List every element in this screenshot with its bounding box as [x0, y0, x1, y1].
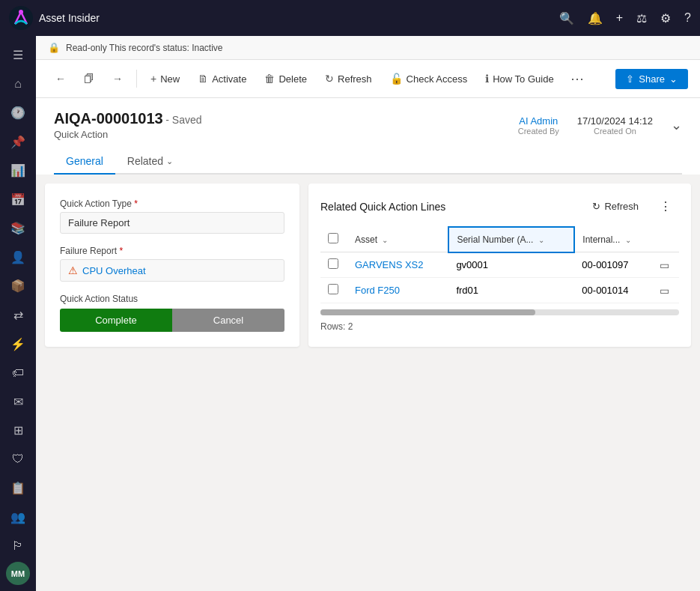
app-logo[interactable]: Asset Insider	[9, 6, 100, 30]
horizontal-scrollbar[interactable]	[320, 309, 679, 315]
sidebar-item-shield[interactable]: 🛡	[4, 446, 31, 473]
share-button-label: Share	[639, 73, 665, 85]
expand-record-button[interactable]: ⌄	[671, 117, 682, 133]
quick-action-type-input[interactable]: Failure Report	[60, 212, 284, 234]
row2-serial: frd01	[448, 278, 574, 303]
required-marker: *	[134, 198, 138, 209]
scrollbar-thumb	[320, 309, 535, 315]
sidebar-item-lightning[interactable]: ⚡	[4, 331, 31, 357]
forward-button[interactable]: →	[105, 68, 130, 89]
related-refresh-button[interactable]: ↻ Refresh	[585, 197, 646, 216]
internal-col-label: Internal...	[582, 234, 620, 245]
row1-checkbox[interactable]	[328, 258, 338, 269]
row1-asset-link[interactable]: GARVENS XS2	[355, 259, 424, 270]
sidebar-item-id-card[interactable]: 🏳	[4, 533, 31, 560]
related-refresh-label: Refresh	[604, 201, 639, 212]
add-icon[interactable]: +	[616, 11, 623, 25]
created-by-value[interactable]: AI Admin	[518, 115, 559, 127]
table-header-checkbox	[320, 227, 347, 252]
sidebar-item-grid[interactable]: ⊞	[4, 418, 31, 444]
sidebar-item-recent[interactable]: 🕐	[4, 100, 31, 126]
table-header-open	[652, 227, 679, 252]
delete-button-label: Delete	[279, 73, 307, 85]
share-button[interactable]: ⇧ Share ⌄	[615, 69, 688, 89]
row2-serial-value: frd01	[456, 285, 478, 296]
table-header-serial[interactable]: Serial Number (A... ⌄	[448, 227, 574, 252]
activate-button-label: Activate	[212, 73, 246, 85]
quick-action-type-field: Quick Action Type * Failure Report	[60, 198, 284, 234]
search-icon[interactable]: 🔍	[559, 11, 574, 25]
sidebar-item-pinned[interactable]: 📌	[4, 129, 31, 155]
tab-general[interactable]: General	[54, 149, 115, 175]
nav-icons: 🔍 🔔 + ⚖ ⚙ ?	[559, 11, 691, 25]
cancel-button[interactable]: Cancel	[172, 309, 284, 332]
table-header-asset[interactable]: Asset ⌄	[347, 227, 448, 252]
row2-asset-link[interactable]: Ford F250	[355, 285, 400, 296]
more-options-button[interactable]: ⋯	[564, 66, 590, 91]
delete-button[interactable]: 🗑 Delete	[257, 68, 314, 89]
sidebar-item-home[interactable]: ⌂	[4, 71, 31, 97]
complete-button[interactable]: Complete	[60, 309, 172, 332]
copy-button[interactable]: 🗍	[76, 68, 102, 89]
created-on-group: 17/10/2024 14:12 Created On	[577, 115, 653, 136]
right-panel: Related Quick Action Lines ↻ Refresh ⋮	[308, 184, 691, 347]
activate-icon: 🗎	[198, 73, 208, 85]
row2-checkbox[interactable]	[328, 284, 338, 294]
sidebar-item-book[interactable]: 📚	[4, 215, 31, 241]
new-button[interactable]: + New	[143, 68, 187, 89]
status-button-group: Complete Cancel	[60, 309, 284, 332]
created-on-label: Created On	[577, 127, 653, 136]
activate-button[interactable]: 🗎 Activate	[190, 68, 254, 89]
tab-related[interactable]: Related ⌄	[115, 149, 185, 175]
asset-sort-icon: ⌄	[382, 236, 388, 244]
sidebar-item-calendar[interactable]: 📅	[4, 187, 31, 213]
record-id-line: AIQA-00001013 - Saved	[54, 110, 202, 127]
row1-open-cell: ▭	[652, 252, 679, 278]
sidebar-item-shuffle[interactable]: ⇄	[4, 302, 31, 328]
notifications-icon[interactable]: 🔔	[588, 11, 603, 25]
table-row: GARVENS XS2 gv0001 00-001097 ▭	[320, 252, 679, 278]
table-header-internal[interactable]: Internal... ⌄	[574, 227, 652, 252]
filter-icon[interactable]: ⚖	[636, 11, 647, 25]
failure-report-field: Failure Report * ⚠ CPU Overheat	[60, 246, 284, 282]
how-to-guide-button[interactable]: ℹ How To Guide	[478, 68, 561, 89]
row2-internal-value: 00-001014	[582, 285, 628, 296]
sidebar-item-people[interactable]: 👤	[4, 244, 31, 270]
related-more-button[interactable]: ⋮	[652, 196, 679, 217]
record-saved: - Saved	[165, 114, 201, 126]
top-navigation: Asset Insider 🔍 🔔 + ⚖ ⚙ ?	[0, 0, 700, 36]
back-button[interactable]: ←	[48, 68, 73, 89]
related-header: Related Quick Action Lines ↻ Refresh ⋮	[320, 196, 679, 217]
svg-point-0	[9, 6, 33, 30]
failure-report-input[interactable]: ⚠ CPU Overheat	[60, 259, 284, 282]
check-access-button[interactable]: 🔓 Check Access	[383, 68, 475, 89]
sidebar-item-tag[interactable]: 🏷	[4, 360, 31, 386]
row2-open-icon[interactable]: ▭	[660, 285, 669, 297]
failure-report-label: Failure Report *	[60, 246, 284, 256]
back-icon: ←	[55, 73, 66, 85]
sidebar-item-mail[interactable]: ✉	[4, 389, 31, 415]
row1-checkbox-cell	[320, 252, 347, 278]
warning-icon: ⚠	[68, 264, 78, 276]
sidebar-item-box[interactable]: 📦	[4, 273, 31, 300]
sidebar-item-menu[interactable]: ☰	[4, 42, 31, 68]
refresh-button[interactable]: ↻ Refresh	[317, 68, 380, 89]
select-all-checkbox[interactable]	[328, 233, 338, 243]
user-avatar[interactable]: MM	[6, 562, 30, 585]
check-access-icon: 🔓	[390, 73, 403, 85]
row1-open-icon[interactable]: ▭	[660, 259, 669, 271]
quick-action-status-field: Quick Action Status Complete Cancel	[60, 294, 284, 332]
row2-internal: 00-001014	[574, 278, 652, 303]
sidebar-item-chart[interactable]: 📊	[4, 157, 31, 184]
table-header-row: Asset ⌄ Serial Number (A... ⌄ Internal..…	[320, 227, 679, 252]
delete-icon: 🗑	[264, 73, 275, 85]
share-chevron-icon: ⌄	[669, 73, 678, 85]
failure-report-value: CPU Overheat	[82, 265, 146, 276]
sidebar-item-clipboard[interactable]: 📋	[4, 476, 31, 502]
help-icon[interactable]: ?	[684, 11, 691, 25]
row1-serial: gv0001	[448, 252, 574, 278]
settings-icon[interactable]: ⚙	[660, 11, 671, 25]
related-table: Asset ⌄ Serial Number (A... ⌄ Internal..…	[320, 226, 679, 303]
tabs: General Related ⌄	[54, 149, 682, 175]
sidebar-item-group[interactable]: 👥	[4, 504, 31, 530]
